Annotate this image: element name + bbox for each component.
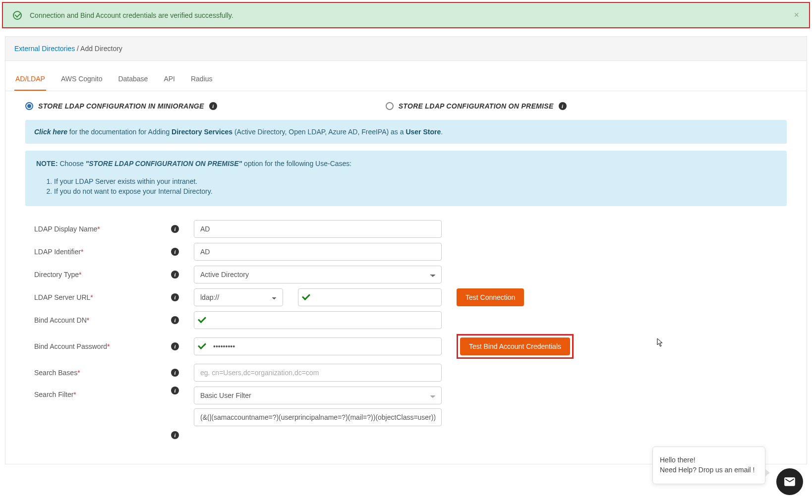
info-icon[interactable]: i [171, 431, 179, 439]
tab-radius[interactable]: Radius [190, 68, 214, 91]
radio-miniorange-label: STORE LDAP CONFIGURATION IN MINIORANGE [38, 102, 204, 110]
test-connection-button[interactable]: Test Connection [457, 288, 524, 306]
input-search-bases[interactable] [194, 364, 442, 382]
select-protocol[interactable]: ldap:// [194, 288, 283, 306]
breadcrumb-current: Add Directory [80, 45, 122, 53]
input-identifier[interactable] [194, 243, 442, 261]
label-search-filter: Search Filter* [34, 387, 168, 398]
label-dirtype: Directory Type* [34, 271, 168, 279]
info-icon[interactable]: i [171, 342, 179, 350]
alert-success: Connection and Bind Account credentials … [2, 2, 810, 28]
tab-database[interactable]: Database [117, 68, 149, 91]
config-storage-radio-group: STORE LDAP CONFIGURATION IN MINIORANGE i… [25, 102, 787, 110]
info-icon[interactable]: i [171, 316, 179, 324]
check-icon [200, 315, 204, 324]
select-dirtype[interactable]: Active Directory [194, 266, 442, 283]
doc-dirservices[interactable]: Directory Services [172, 128, 232, 136]
input-server-host[interactable] [298, 288, 442, 306]
label-server-url: LDAP Server URL* [34, 293, 168, 301]
info-icon[interactable]: i [171, 271, 179, 279]
label-search-bases: Search Bases* [34, 369, 168, 377]
row-bind-dn: Bind Account DN* i [25, 311, 787, 329]
info-icon[interactable]: i [171, 387, 179, 394]
tab-api[interactable]: API [163, 68, 176, 91]
row-identifier: LDAP Identifier* i [25, 243, 787, 261]
row-dirtype: Directory Type* i Active Directory [25, 266, 787, 283]
doc-userstore[interactable]: User Store [406, 128, 441, 136]
note-list: If your LDAP Server exists within your i… [54, 176, 776, 196]
input-display-name[interactable] [194, 220, 442, 238]
tab-adldap[interactable]: AD/LDAP [14, 68, 46, 91]
note-label: NOTE: [36, 160, 58, 168]
check-circle-icon [13, 11, 22, 20]
chat-line1: Hello there! [660, 456, 756, 464]
breadcrumb: External Directories / Add Directory [5, 37, 807, 61]
content: STORE LDAP CONFIGURATION IN MINIORANGE i… [5, 91, 807, 464]
info-icon[interactable]: i [559, 102, 567, 110]
row-next-partial: i [25, 431, 787, 439]
note-item: If you do not want to expose your Intern… [54, 186, 776, 196]
label-identifier: LDAP Identifier* [34, 248, 168, 256]
info-icon[interactable]: i [171, 293, 179, 301]
panel: External Directories / Add Directory AD/… [5, 36, 807, 464]
row-search-bases: Search Bases* i [25, 364, 787, 382]
radio-icon [386, 102, 394, 110]
radio-miniorange[interactable]: STORE LDAP CONFIGURATION IN MINIORANGE i [25, 102, 217, 110]
breadcrumb-sep: / [75, 45, 80, 53]
radio-icon [25, 102, 33, 110]
label-bind-pw: Bind Account Password* [34, 342, 168, 350]
note-item: If your LDAP Server exists within your i… [54, 176, 776, 186]
info-icon[interactable]: i [171, 248, 179, 256]
row-display-name: LDAP Display Name* i [25, 220, 787, 238]
radio-onpremise-label: STORE LDAP CONFIGURATION ON PREMISE [399, 102, 554, 110]
row-bind-pw: Bind Account Password* i Test Bind Accou… [25, 334, 787, 359]
label-display-name: LDAP Display Name* [34, 225, 168, 233]
select-search-filter[interactable]: Basic User Filter [194, 387, 442, 404]
info-icon[interactable]: i [171, 369, 179, 377]
input-bind-pw[interactable] [194, 337, 442, 355]
label-bind-dn: Bind Account DN* [34, 316, 168, 324]
chat-popup: Hello there! Need Help? Drop us an email… [652, 447, 765, 464]
input-bind-dn[interactable] [194, 311, 442, 329]
row-search-filter: Search Filter* i Basic User Filter [25, 387, 787, 426]
test-bind-button[interactable]: Test Bind Account Credentials [460, 337, 570, 355]
tab-awscognito[interactable]: AWS Cognito [60, 68, 104, 91]
doc-click-here[interactable]: Click here [34, 128, 67, 136]
check-icon [200, 341, 204, 350]
highlight-frame: Test Bind Account Credentials [457, 334, 574, 359]
doc-link-box: Click here for the documentation for Add… [25, 120, 787, 144]
tabs: AD/LDAP AWS Cognito Database API Radius [5, 68, 807, 91]
row-server-url: LDAP Server URL* i ldap:// Test Connecti… [25, 288, 787, 306]
info-icon[interactable]: i [209, 102, 217, 110]
alert-message: Connection and Bind Account credentials … [30, 11, 233, 19]
input-filter-string[interactable] [194, 408, 442, 426]
check-icon [304, 292, 308, 301]
info-icon[interactable]: i [171, 225, 179, 233]
note-box: NOTE: Choose "STORE LDAP CONFIGURATION O… [25, 151, 787, 206]
breadcrumb-link[interactable]: External Directories [14, 45, 75, 53]
radio-onpremise[interactable]: STORE LDAP CONFIGURATION ON PREMISE i [386, 102, 567, 110]
close-icon[interactable]: × [794, 10, 799, 20]
